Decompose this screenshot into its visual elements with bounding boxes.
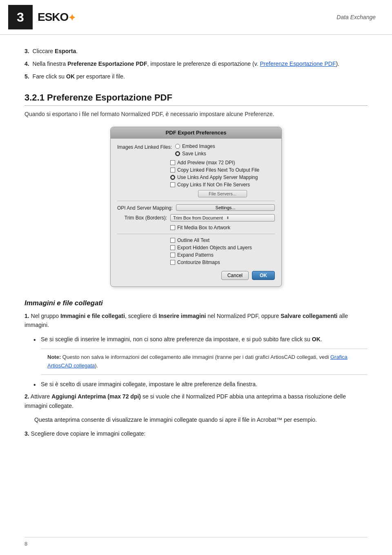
dialog-title: PDF Export Preferences bbox=[111, 127, 281, 139]
outline-text-option[interactable]: Outline All Text bbox=[170, 237, 275, 243]
opi-label: OPI And Server Mapping: bbox=[117, 204, 176, 211]
step-5: 5. Fare click su OK per esportare il fil… bbox=[24, 72, 368, 81]
body-item-1-bold2: Inserire immagini bbox=[158, 313, 206, 319]
opi-row: OPI And Server Mapping: Settings... bbox=[117, 204, 275, 211]
contourize-checkbox[interactable] bbox=[170, 260, 175, 265]
fit-media-checkbox[interactable] bbox=[170, 225, 175, 230]
copy-if-not-option[interactable]: Copy Links If Not On File Servers bbox=[170, 182, 275, 188]
fit-media-option[interactable]: Fit Media Box to Artwork bbox=[170, 225, 275, 231]
body-item-1: 1. Nel gruppo Immagini e file collegati,… bbox=[24, 311, 368, 330]
images-row: Images And Linked Files: Embed Images Sa… bbox=[117, 143, 275, 157]
step-5-bold: OK bbox=[66, 73, 75, 80]
contourize-option[interactable]: Contourize Bitmaps bbox=[170, 260, 275, 265]
use-links-radio[interactable] bbox=[170, 175, 175, 180]
save-links-radio[interactable] bbox=[175, 151, 180, 156]
trim-dropdown-value: Trim Box from Document bbox=[173, 215, 223, 220]
page-footer: 8 bbox=[24, 537, 368, 547]
add-preview-option[interactable]: Add Preview (max 72 DPI) bbox=[170, 160, 275, 166]
ok-button[interactable]: OK bbox=[252, 271, 275, 280]
section-title: Data Exchange bbox=[336, 14, 376, 20]
body-item-1-bold3: Salvare collegamenti bbox=[281, 313, 337, 319]
main-content: 3. Cliccare Esporta. 4. Nella finestra P… bbox=[0, 35, 392, 460]
subsection-title: Immagini e file collegati bbox=[24, 299, 368, 307]
contourize-label: Contourize Bitmaps bbox=[177, 260, 220, 265]
pdf-export-dialog: PDF Export Preferences Images And Linked… bbox=[110, 127, 282, 287]
dialog-body: Images And Linked Files: Embed Images Sa… bbox=[111, 139, 281, 265]
footer-page-num: 8 bbox=[24, 541, 27, 547]
page-header: 3 ESKO✦ Data Exchange bbox=[0, 0, 392, 35]
bottom-spacer bbox=[117, 237, 170, 238]
embed-images-radio[interactable] bbox=[175, 144, 180, 149]
body-item-2-num: 2. bbox=[24, 393, 29, 400]
logo-area: 3 ESKO✦ bbox=[8, 5, 75, 29]
cancel-button[interactable]: Cancel bbox=[221, 271, 249, 280]
step-4-num: 4. bbox=[24, 60, 29, 67]
file-servers-button[interactable]: File Servers... bbox=[198, 190, 247, 197]
section-heading: 3.2.1 Preferenze Esportazione PDF bbox=[24, 92, 368, 106]
copy-if-not-label: Copy Links If Not On File Servers bbox=[177, 182, 250, 188]
copy-if-not-checkbox[interactable] bbox=[170, 182, 175, 187]
images-controls: Embed Images Save Links bbox=[175, 143, 275, 157]
step-3: 3. Cliccare Esporta. bbox=[24, 47, 368, 56]
fit-media-label: Fit Media Box to Artwork bbox=[177, 225, 230, 231]
dialog-wrapper: PDF Export Preferences Images And Linked… bbox=[24, 127, 368, 287]
chapter-number: 3 bbox=[8, 5, 33, 29]
step-4-bold: Preferenze Esportazione PDF bbox=[67, 60, 147, 67]
body-item-3-num: 3. bbox=[24, 430, 29, 437]
copy-linked-label: Copy Linked Files Next To Output File bbox=[177, 167, 259, 173]
opi-controls: Settings... bbox=[176, 204, 275, 211]
trim-row: Trim Box (Borders): Trim Box from Docume… bbox=[117, 214, 275, 231]
outline-text-checkbox[interactable] bbox=[170, 238, 175, 243]
logo-text: ESKO bbox=[38, 11, 68, 23]
expand-patterns-label: Expand Patterns bbox=[177, 252, 214, 258]
paragraph-2-extra: Questa anteprima consente di visualizzar… bbox=[34, 415, 368, 424]
copy-linked-option[interactable]: Copy Linked Files Next To Output File bbox=[170, 167, 275, 173]
step-3-bold: Esporta bbox=[55, 48, 76, 54]
checkbox-spacer bbox=[117, 160, 170, 161]
dialog-buttons: Cancel OK bbox=[111, 271, 281, 280]
checkbox-controls: Add Preview (max 72 DPI) Copy Linked Fil… bbox=[170, 160, 275, 197]
bullet-1: Se si sceglie di inserire le immagini, n… bbox=[41, 335, 368, 344]
logo-star: ✦ bbox=[68, 13, 75, 23]
dialog-divider-1 bbox=[117, 201, 275, 201]
copy-linked-checkbox[interactable] bbox=[170, 168, 175, 172]
step-4: 4. Nella finestra Preferenze Esportazion… bbox=[24, 60, 368, 68]
embed-images-label: Embed Images bbox=[182, 143, 215, 149]
export-hidden-option[interactable]: Export Hidden Objects and Layers bbox=[170, 245, 275, 251]
use-links-option[interactable]: Use Links And Apply Server Mapping bbox=[170, 175, 275, 180]
bottom-checkboxes-row: Outline All Text Export Hidden Objects a… bbox=[117, 237, 275, 265]
expand-patterns-checkbox[interactable] bbox=[170, 253, 175, 257]
body-item-2: 2. Attivare Aggiungi Anteprima (max 72 d… bbox=[24, 392, 368, 410]
body-item-1-bold1: Immagini e file collegati bbox=[60, 313, 125, 319]
esko-logo: ESKO✦ bbox=[38, 11, 75, 24]
expand-patterns-option[interactable]: Expand Patterns bbox=[170, 252, 275, 258]
body-item-1-num: 1. bbox=[24, 313, 29, 319]
add-preview-checkbox[interactable] bbox=[170, 160, 175, 165]
step-3-num: 3. bbox=[24, 48, 29, 54]
save-links-option[interactable]: Save Links bbox=[175, 151, 275, 157]
checkbox-group: Add Preview (max 72 DPI) Copy Linked Fil… bbox=[117, 160, 275, 197]
outline-text-label: Outline All Text bbox=[177, 237, 209, 243]
note-box: Note: Questo non salva le informazioni d… bbox=[41, 349, 368, 375]
export-hidden-label: Export Hidden Objects and Layers bbox=[177, 245, 252, 251]
save-links-label: Save Links bbox=[182, 151, 206, 157]
trim-dropdown[interactable]: Trim Box from Document bbox=[170, 214, 275, 222]
trim-label: Trim Box (Borders): bbox=[117, 214, 170, 221]
settings-button[interactable]: Settings... bbox=[176, 204, 275, 211]
embed-images-option[interactable]: Embed Images bbox=[175, 143, 275, 149]
step-5-num: 5. bbox=[24, 73, 29, 80]
body-item-3: 3. Scegliere dove copiare le immagini co… bbox=[24, 429, 368, 438]
export-hidden-checkbox[interactable] bbox=[170, 245, 175, 250]
add-preview-label: Add Preview (max 72 DPI) bbox=[177, 160, 235, 166]
images-label: Images And Linked Files: bbox=[117, 143, 175, 150]
note-link[interactable]: Grafica ArtiosCAD collegata bbox=[47, 354, 347, 369]
step-4-link[interactable]: Preferenze Esportazione PDF bbox=[260, 60, 336, 67]
dialog-divider-2 bbox=[117, 234, 275, 234]
body-item-2-bold: Aggiungi Anteprima (max 72 dpi) bbox=[51, 393, 141, 400]
use-links-label: Use Links And Apply Server Mapping bbox=[177, 175, 258, 180]
section-subtext: Quando si esportano i file nel formato N… bbox=[24, 110, 368, 119]
bullet-1-bold: OK bbox=[312, 336, 321, 342]
trim-controls: Trim Box from Document Fit Media Box to … bbox=[170, 214, 275, 231]
bottom-checkbox-controls: Outline All Text Export Hidden Objects a… bbox=[170, 237, 275, 265]
bullet-2: Se si è scelto di usare immagini collega… bbox=[41, 380, 368, 389]
